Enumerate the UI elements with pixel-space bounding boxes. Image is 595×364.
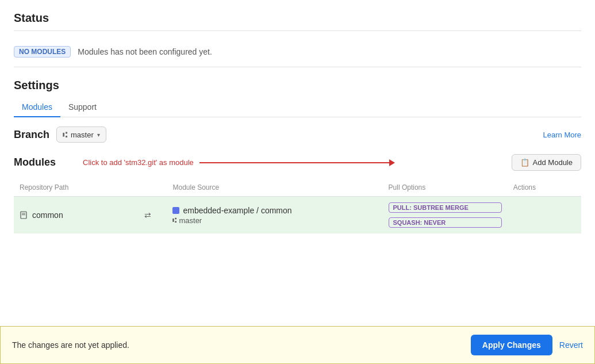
settings-section: Settings Modules Support Branch ⑆ master… — [14, 79, 581, 233]
learn-more-link[interactable]: Learn More — [543, 131, 581, 139]
source-branch-name: master — [179, 216, 202, 225]
bottom-bar-actions: Apply Changes Revert — [471, 335, 583, 355]
tab-modules[interactable]: Modules — [14, 98, 60, 117]
col-header-actions: Actions — [508, 179, 581, 197]
settings-title: Settings — [14, 79, 581, 92]
sync-icon: ⇄ — [144, 210, 151, 220]
col-header-source: Module Source — [167, 179, 382, 197]
branch-dropdown[interactable]: ⑆ master ▾ — [56, 127, 106, 143]
add-module-hint-text: Click to add 'stm32.git' as module — [83, 158, 194, 167]
branch-icon: ⑆ — [63, 130, 67, 139]
modules-table: Repository Path Module Source Pull Optio… — [14, 179, 581, 233]
branch-label: Branch — [14, 129, 49, 141]
col-header-sync — [139, 179, 167, 197]
chevron-down-icon: ▾ — [97, 132, 100, 138]
sync-icon-cell: ⇄ — [139, 197, 167, 234]
revert-link[interactable]: Revert — [559, 340, 583, 350]
add-module-label: Add Module — [533, 158, 573, 167]
add-module-hint: Click to add 'stm32.git' as module — [71, 158, 512, 167]
tab-support[interactable]: Support — [60, 98, 105, 117]
source-branch-icon: ⑆ — [172, 216, 176, 224]
squash-badge: SQUASH: NEVER — [389, 217, 502, 228]
status-row: NO MODULES Modules has not been configur… — [14, 40, 581, 67]
modules-section-title: Modules — [14, 156, 71, 168]
bottom-bar: The changes are not yet applied. Apply C… — [0, 326, 595, 364]
add-module-icon: 📋 — [520, 158, 529, 167]
col-header-pull: Pull Options — [383, 179, 508, 197]
status-message: Modules has not been configured yet. — [78, 47, 212, 56]
status-title: Status — [14, 12, 581, 25]
repo-path-name: common — [32, 210, 63, 220]
arrow-shaft — [199, 162, 389, 163]
tabs-bar: Modules Support — [14, 98, 581, 117]
actions-cell — [508, 197, 581, 234]
status-section: Status NO MODULES Modules has not been c… — [14, 12, 581, 67]
pull-options-cell: PULL: SUBTREE MERGE SQUASH: NEVER — [383, 197, 508, 234]
modules-header: Modules Click to add 'stm32.git' as modu… — [14, 154, 581, 171]
repo-path-cell: common — [14, 197, 139, 234]
branch-name: master — [71, 131, 94, 139]
bottom-bar-message: The changes are not yet applied. — [12, 340, 129, 350]
status-badge: NO MODULES — [14, 46, 71, 58]
table-row: common ⇄ embedded-example / common — [14, 197, 581, 234]
apply-changes-button[interactable]: Apply Changes — [471, 335, 552, 355]
source-color-indicator — [172, 207, 179, 214]
branch-left: Branch ⑆ master ▾ — [14, 127, 106, 143]
add-module-button[interactable]: 📋 Add Module — [512, 154, 581, 171]
module-file-icon — [20, 210, 29, 220]
table-header-row: Repository Path Module Source Pull Optio… — [14, 179, 581, 197]
arrow-head — [389, 159, 395, 166]
source-name: embedded-example / common — [183, 206, 291, 215]
badges-col: PULL: SUBTREE MERGE SQUASH: NEVER — [389, 202, 502, 228]
branch-row: Branch ⑆ master ▾ Learn More — [14, 127, 581, 143]
arrow-line — [199, 159, 395, 166]
col-header-repo: Repository Path — [14, 179, 139, 197]
pull-badge: PULL: SUBTREE MERGE — [389, 202, 502, 213]
module-source-cell: embedded-example / common ⑆ master — [167, 197, 382, 234]
